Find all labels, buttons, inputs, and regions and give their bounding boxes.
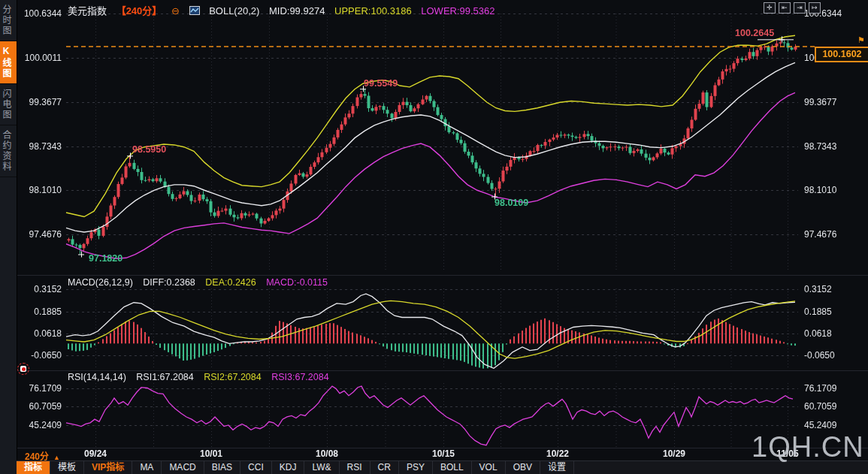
sidebar-tab-分时图[interactable]: 分时图 [0, 0, 17, 41]
right-axis-tick: 98.1010 [804, 185, 836, 195]
site-watermark: 1QH.CN [752, 431, 864, 463]
kline-chart-icon [189, 6, 200, 15]
chart-canvas[interactable] [17, 0, 868, 474]
chart-toolbar-icons: ✛⇤⇥↦ [764, 2, 821, 14]
macd-params-label[interactable]: MACD(26,12,9) [68, 277, 133, 288]
left-axis-tick: 0.1885 [17, 306, 62, 317]
indicator-button-CR[interactable]: CR [370, 461, 399, 474]
right-axis-tick: 76.1709 [804, 383, 836, 394]
indicator-toolbar: 指标模板VIP指标MAMACDBIASCCIKDJLW&RSICRPSYBOLL… [17, 460, 868, 474]
indicator-button-KDJ[interactable]: KDJ [272, 461, 305, 474]
collapse-icon[interactable]: ⊖ [171, 5, 180, 17]
right-axis-tick: 45.2409 [804, 420, 836, 430]
boll-upper-value: UPPER:100.3186 [334, 5, 412, 17]
date-label: 10/08 [316, 448, 338, 459]
date-label: 10/01 [200, 448, 222, 459]
price-annotation: 100.2645 [735, 28, 774, 38]
left-axis-tick: 60.7059 [17, 401, 62, 412]
indicator-button-模板[interactable]: 模板 [50, 461, 84, 474]
period-label[interactable]: 【240分】 [116, 5, 162, 17]
macd-diff-value: DIFF:0.2368 [143, 277, 195, 288]
indicator-button-CCI[interactable]: CCI [240, 461, 272, 474]
symbol-name: 美元指数 [68, 5, 107, 17]
indicator-button-PSY[interactable]: PSY [399, 461, 433, 474]
alert-record-icon[interactable] [17, 363, 29, 375]
date-label: 10/29 [663, 448, 685, 459]
left-axis-tick: 76.1709 [17, 383, 62, 394]
rsi3-value: RSI3:67.2084 [271, 372, 328, 382]
price-annotation: 98.5950 [132, 144, 166, 155]
right-axis-tick: 0.1885 [804, 306, 832, 317]
right-axis-tick: 0.3152 [804, 284, 832, 294]
sidebar-tab-合约资料[interactable]: 合约资料 [0, 125, 17, 177]
right-axis-tick: 0.0618 [804, 328, 832, 339]
date-label: 10/15 [432, 448, 455, 459]
boll-params-label[interactable]: BOLL(20,2) [209, 5, 259, 17]
left-axis-tick: 100.6344 [17, 8, 62, 19]
chart-mode-sidebar: 分时图K线图闪电图合约资料 [0, 0, 17, 474]
left-axis-tick: 0.3152 [17, 284, 62, 294]
indicator-button-MACD[interactable]: MACD [162, 461, 204, 474]
left-axis-tick: 0.0618 [17, 328, 62, 339]
date-label: 09/24 [84, 448, 107, 459]
panel-divider [17, 370, 868, 371]
left-axis-tick: 99.3677 [17, 97, 62, 107]
boll-mid-value: MID:99.9274 [269, 5, 325, 17]
left-axis-tick: 98.7343 [17, 141, 62, 152]
chart-header: 美元指数 【240分】 ⊖ BOLL(20,2) MID:99.9274 UPP… [68, 3, 502, 15]
right-axis-tick: 97.4676 [804, 229, 836, 240]
indicator-button-OBV[interactable]: OBV [506, 461, 540, 474]
right-axis-tick: -0.0650 [804, 350, 835, 361]
indicator-button-VOL[interactable]: VOL [472, 461, 506, 474]
sidebar-tab-闪电图[interactable]: 闪电图 [0, 84, 17, 125]
left-axis-tick: 45.2409 [17, 420, 62, 430]
last-price-box: 100.1602 [815, 47, 868, 62]
indicator-button-BIAS[interactable]: BIAS [204, 461, 240, 474]
indicator-button-MA[interactable]: MA [132, 461, 162, 474]
rsi1-value: RSI1:67.2084 [136, 372, 193, 382]
indicator-button-设置[interactable]: 设置 [540, 461, 574, 474]
right-axis-tick: 98.7343 [804, 141, 836, 152]
boll-lower-value: LOWER:99.5362 [421, 5, 494, 17]
left-axis-tick: 98.1010 [17, 185, 62, 195]
rsi2-value: RSI2:67.2084 [204, 372, 261, 382]
price-annotation: 97.1820 [89, 253, 122, 264]
indicator-button-VIP指标[interactable]: VIP指标 [84, 461, 132, 474]
zoom-in-icon[interactable]: ⇥ [794, 2, 806, 14]
right-axis-tick: 60.7059 [804, 401, 836, 412]
left-axis-tick: -0.0650 [17, 350, 62, 361]
indicator-button-指标[interactable]: 指标 [17, 461, 50, 474]
date-label: 10/22 [546, 448, 569, 459]
rsi-label-row: RSI(14,14,14) RSI1:67.2084 RSI2:67.2084 … [68, 372, 337, 382]
zoom-out-icon[interactable]: ⇤ [779, 2, 791, 14]
indicator-button-BOLL[interactable]: BOLL [433, 461, 472, 474]
pan-right-icon[interactable]: ↦ [809, 2, 821, 14]
rsi-params-label[interactable]: RSI(14,14,14) [68, 372, 126, 382]
left-axis-tick: 100.0011 [17, 53, 62, 63]
price-annotation: 98.0109 [494, 198, 528, 208]
move-chart-icon[interactable]: ✛ [764, 2, 776, 14]
price-annotation: 99.5549 [364, 78, 398, 89]
macd-label-row: MACD(26,12,9) DIFF:0.2368 DEA:0.2426 MAC… [68, 277, 335, 288]
macd-macd-value: MACD:-0.0115 [266, 277, 328, 288]
sidebar-tab-K线图[interactable]: K线图 [0, 41, 17, 84]
macd-dea-value: DEA:0.2426 [205, 277, 256, 288]
right-axis-tick: 99.3677 [804, 97, 836, 107]
price-flag-icon: ⚑ [857, 35, 865, 45]
left-axis-tick: 97.4676 [17, 229, 62, 240]
panel-divider [17, 275, 868, 276]
trading-terminal: 分时图K线图闪电图合约资料 美元指数 【240分】 ⊖ BOLL(20,2) M… [0, 0, 868, 474]
indicator-button-LW&[interactable]: LW& [304, 461, 339, 474]
indicator-button-RSI[interactable]: RSI [340, 461, 370, 474]
